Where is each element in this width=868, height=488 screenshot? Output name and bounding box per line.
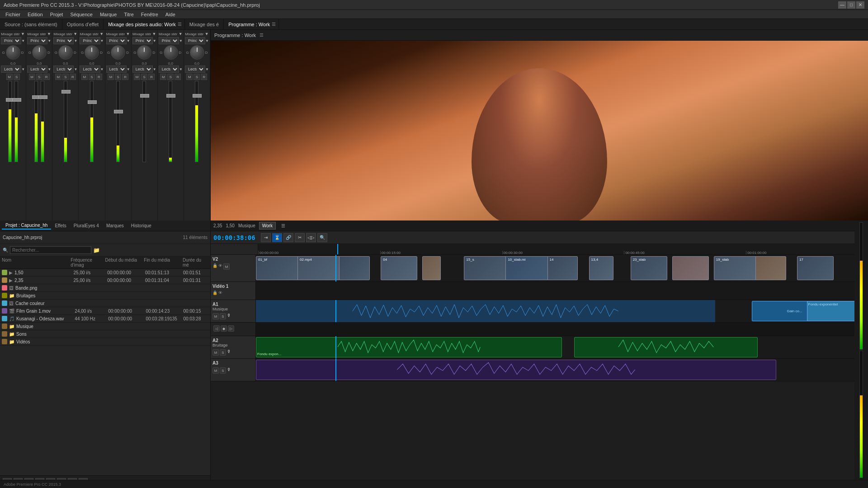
ch-msb-S[interactable]: S	[115, 74, 121, 80]
ch-handle2[interactable]	[38, 95, 47, 99]
track-v2-m[interactable]: M	[223, 263, 230, 270]
v2-clip-7[interactable]: 14	[547, 256, 578, 280]
menu-fenetre[interactable]: Fenêtre	[137, 11, 162, 18]
ch-fader-handle-master[interactable]	[193, 94, 202, 98]
monitor-menu-icon[interactable]: ☰	[259, 33, 264, 38]
ch-dropdown-arrow-ch6[interactable]: ▼	[153, 39, 156, 43]
ch-dropdown-arrow-ch3[interactable]: ▼	[74, 39, 77, 43]
ch-knob-ch2[interactable]	[32, 45, 47, 60]
ch-msb-R[interactable]: R	[70, 74, 76, 80]
eye-icon-v1[interactable]: 👁	[218, 291, 222, 295]
ch-principal-master[interactable]: Principal	[185, 37, 205, 44]
ch-lecture-ch5[interactable]: Lecture	[106, 66, 127, 73]
media-row[interactable]: 📁 Vidéos	[0, 338, 210, 346]
tl-tool-5[interactable]: ◁▷	[306, 233, 316, 242]
ch-lecture-arrow[interactable]: ▼	[100, 67, 104, 71]
ch-lecture-master[interactable]: Lecture	[185, 66, 205, 73]
ch-msb-R[interactable]: R	[122, 74, 128, 80]
track-a3-s[interactable]: S	[220, 367, 226, 374]
program-menu-icon[interactable]: ☰	[272, 22, 276, 27]
ch-lecture-arrow[interactable]: ▼	[179, 67, 183, 71]
menu-aide[interactable]: Aide	[162, 11, 179, 18]
tab-mixer[interactable]: Mixage des pistes audio: Work	[106, 22, 178, 27]
a1-key-prev[interactable]: ◁	[213, 325, 220, 332]
minimize-button[interactable]: —	[838, 1, 846, 9]
media-row[interactable]: 🎬 Film Grain 1.mov 24,00 i/s 00:00:00:00…	[0, 307, 210, 315]
media-row[interactable]: 📁 Sons	[0, 330, 210, 338]
window-controls[interactable]: — □ ✕	[838, 1, 864, 9]
ch-principal-ch1[interactable]: Principal	[1, 37, 21, 44]
ch-knob-ch3[interactable]	[58, 45, 73, 60]
ch-principal-ch5[interactable]: Principal	[106, 37, 127, 44]
ch-knob-ch7[interactable]	[164, 45, 178, 60]
mic-icon-a2[interactable]: 🎙	[227, 349, 231, 356]
pluraleyes-tab[interactable]: PluralEyes 4	[70, 222, 103, 229]
tl-tool-1[interactable]: ⇥	[261, 233, 271, 242]
folder-icon[interactable]: 📁	[93, 247, 100, 253]
project-search-input[interactable]	[10, 246, 91, 254]
ch-fader-handle-ch7[interactable]	[166, 94, 175, 98]
ch-lecture-arrow[interactable]: ▼	[205, 67, 209, 71]
tl-tool-6[interactable]: 🔍	[317, 233, 327, 242]
ch-principal-ch6[interactable]: Principal	[132, 37, 153, 44]
lock-icon[interactable]: 🔒	[212, 263, 217, 270]
seq-label-125[interactable]: 2,35	[213, 223, 222, 228]
ch-lecture-ch7[interactable]: Lecture	[159, 66, 179, 73]
seq-label-musique[interactable]: Musique	[238, 223, 255, 228]
mic-icon-a3[interactable]: 🎙	[227, 367, 231, 374]
ch-msb-S[interactable]: S	[167, 74, 174, 80]
historique-tab[interactable]: Historique	[127, 222, 155, 229]
ch-handle2[interactable]	[12, 98, 21, 102]
v2-clip-8[interactable]: 13,4	[589, 256, 613, 280]
media-row[interactable]: ▶ 1,50 25,00 i/s 00:00:00:00 00:01:51:13…	[0, 269, 210, 277]
ch-msb-S[interactable]: S	[89, 74, 95, 80]
ch-msb-S[interactable]: S	[193, 74, 200, 80]
tl-tool-4[interactable]: ✂	[295, 233, 305, 242]
track-a1-m[interactable]: M	[212, 313, 219, 319]
ch-msb-M[interactable]: M	[29, 74, 35, 80]
v2-clip-4[interactable]	[422, 256, 441, 280]
menu-projet[interactable]: Projet	[47, 11, 67, 18]
menu-titre[interactable]: Titre	[120, 11, 137, 18]
ch-msb-M[interactable]: M	[134, 74, 140, 80]
maximize-button[interactable]: □	[847, 1, 855, 9]
a1-key-next[interactable]: ▷	[228, 325, 234, 332]
ch-msb-S[interactable]: S	[62, 74, 69, 80]
tab-mixer2[interactable]: Mixage des é	[188, 22, 221, 27]
track-a1-s[interactable]: S	[220, 313, 226, 319]
track-a2-m[interactable]: M	[212, 349, 219, 356]
v2-clip-0[interactable]: 01_bf	[256, 256, 299, 280]
ch-fader-handle-ch6[interactable]	[140, 94, 149, 98]
ch-lecture-ch2[interactable]: Lecture	[27, 66, 47, 73]
media-row[interactable]: 📁 Bruitages	[0, 292, 210, 300]
close-button[interactable]: ✕	[856, 1, 864, 9]
menu-marque[interactable]: Marque	[96, 11, 120, 18]
menu-sequence[interactable]: Séquence	[66, 11, 96, 18]
ch-lecture-ch4[interactable]: Lecture	[80, 66, 100, 73]
ch-principal-ch7[interactable]: Principal	[159, 37, 179, 44]
v2-clip-3[interactable]: 04	[381, 256, 417, 280]
ch-msb-S[interactable]: S	[36, 74, 42, 80]
ch-msb-R[interactable]: R	[201, 74, 207, 80]
ch-dropdown-arrow-ch4[interactable]: ▼	[100, 39, 104, 43]
seq-label-150[interactable]: 1,50	[226, 223, 234, 228]
ch-dropdown-arrow-ch2[interactable]: ▼	[47, 39, 51, 43]
ch-knob-ch4[interactable]	[85, 45, 99, 60]
v2-clip-11[interactable]: 19_stab	[714, 256, 757, 280]
tab-program[interactable]: Programme : Work	[226, 22, 272, 27]
menu-edition[interactable]: Edition	[24, 11, 47, 18]
effects-tab[interactable]: Effets	[51, 222, 70, 229]
ch-msb-M[interactable]: M	[6, 74, 13, 80]
ch-knob-ch1[interactable]	[6, 45, 20, 60]
ch-msb-R[interactable]: R	[43, 74, 50, 80]
ch-lecture-arrow[interactable]: ▼	[47, 67, 51, 71]
tl-tool-2[interactable]: ⌛	[272, 233, 282, 242]
media-row[interactable]: 🖼 Bande.png	[0, 284, 210, 292]
ch-dropdown-arrow-ch5[interactable]: ▼	[127, 39, 130, 43]
ch-principal-ch2[interactable]: Principal	[27, 37, 47, 44]
v2-clip-13[interactable]: 17	[797, 256, 834, 280]
media-row[interactable]: ▶ 2,35 25,00 i/s 00:00:00:00 00:01:31:04…	[0, 277, 210, 284]
ch-msb-S[interactable]: S	[14, 74, 20, 80]
v2-clip-12[interactable]	[755, 256, 786, 280]
ch-fader-handle-ch3[interactable]	[61, 90, 71, 94]
